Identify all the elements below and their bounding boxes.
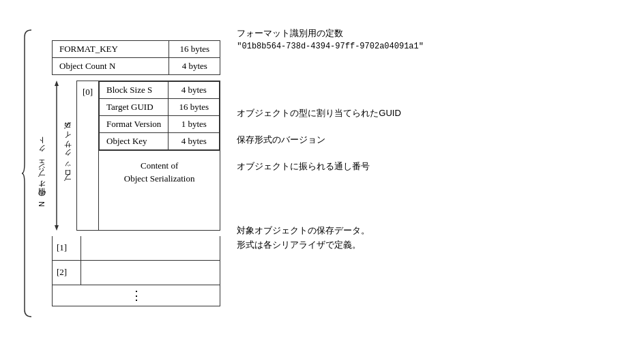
content-line2: Object Serialization (124, 173, 195, 184)
block-0-index: [0] (77, 81, 99, 230)
content-line1: Content of (141, 160, 178, 171)
target-guid-label: Target GUID (100, 98, 169, 115)
format-key-bytes: 16 bytes (169, 40, 220, 57)
annotation-5-sub: 形式は各シリアライザで定義。 (237, 238, 424, 253)
annotation-1: フォーマット識別用の定数 "01b8b564-738d-4394-97ff-97… (237, 27, 424, 54)
block-size-row-bytes: 4 bytes (169, 81, 220, 98)
block-0: [0] Block Size S 4 bytes Target GUID 16 … (76, 81, 220, 231)
block-section: ブロックサイズS [0] Block Size S 4 bytes (52, 81, 220, 231)
block-1: [1] (52, 236, 220, 261)
annotation-5: 対象オブジェクトの保存データ。 形式は各シリアライザで定義。 (237, 224, 424, 253)
annotation-4: オブジェクトに振られる通し番号 (237, 160, 424, 174)
format-key-label: FORMAT_KEY (53, 40, 169, 57)
block-2: [2] (52, 261, 220, 285)
annotation-1-text: フォーマット識別用の定数 (237, 27, 424, 41)
diagram: N個のオブジェクト FORMAT_KEY 16 bytes Object Cou… (20, 27, 220, 320)
outer-brace-section: N個のオブジェクト (20, 27, 49, 320)
block-size-arrow-icon (52, 81, 61, 231)
content-serialization: Content of Object Serialization (99, 150, 220, 194)
annotation-3-text: 保存形式のバージョン (237, 133, 424, 147)
n-objects-label: N個のオブジェクト (37, 140, 47, 207)
outer-brace-icon (20, 27, 33, 320)
format-key-row: FORMAT_KEY 16 bytes (53, 40, 220, 57)
annotation-5-text: 対象オブジェクトの保存データ。 (237, 224, 424, 238)
inner-brace-section: ブロックサイズS (52, 81, 74, 231)
format-version-label: Format Version (100, 115, 169, 132)
annotation-2: オブジェクトの型に割り当てられたGUID (237, 106, 424, 121)
header-table: FORMAT_KEY 16 bytes Object Count N 4 byt… (52, 40, 220, 75)
ellipsis-row: ⋮ (52, 285, 220, 306)
block-1-index: [1] (53, 236, 81, 260)
svg-marker-2 (55, 225, 59, 231)
annotation-1-sub: "01b8b564-738d-4394-97ff-9702a04091a1" (237, 40, 424, 53)
block-2-index: [2] (53, 261, 81, 285)
block-0-content: Block Size S 4 bytes Target GUID 16 byte… (99, 81, 220, 230)
block-size-row-label: Block Size S (100, 81, 169, 98)
annotation-2-text: オブジェクトの型に割り当てられたGUID (237, 106, 424, 121)
target-guid-row: Target GUID 16 bytes (100, 98, 220, 115)
object-key-row: Object Key 4 bytes (100, 132, 220, 149)
object-count-bytes: 4 bytes (169, 57, 220, 74)
block-1-content (81, 236, 220, 260)
target-guid-bytes: 16 bytes (169, 98, 220, 115)
block-size-label: ブロックサイズS (63, 122, 73, 188)
object-count-row: Object Count N 4 bytes (53, 57, 220, 74)
format-version-row: Format Version 1 bytes (100, 115, 220, 132)
main-table: FORMAT_KEY 16 bytes Object Count N 4 byt… (52, 40, 220, 306)
object-key-label: Object Key (100, 132, 169, 149)
annotation-3: 保存形式のバージョン (237, 133, 424, 147)
svg-marker-1 (55, 81, 59, 86)
lower-blocks: [1] [2] ⋮ (52, 231, 220, 306)
block-size-row: Block Size S 4 bytes (100, 81, 220, 98)
object-key-bytes: 4 bytes (169, 132, 220, 149)
object-count-label: Object Count N (53, 57, 169, 74)
block-2-content (81, 261, 220, 285)
annotations-panel: フォーマット識別用の定数 "01b8b564-738d-4394-97ff-97… (237, 27, 424, 258)
block-0-table: Block Size S 4 bytes Target GUID 16 byte… (99, 81, 220, 150)
format-version-bytes: 1 bytes (169, 115, 220, 132)
annotation-4-text: オブジェクトに振られる通し番号 (237, 160, 424, 174)
